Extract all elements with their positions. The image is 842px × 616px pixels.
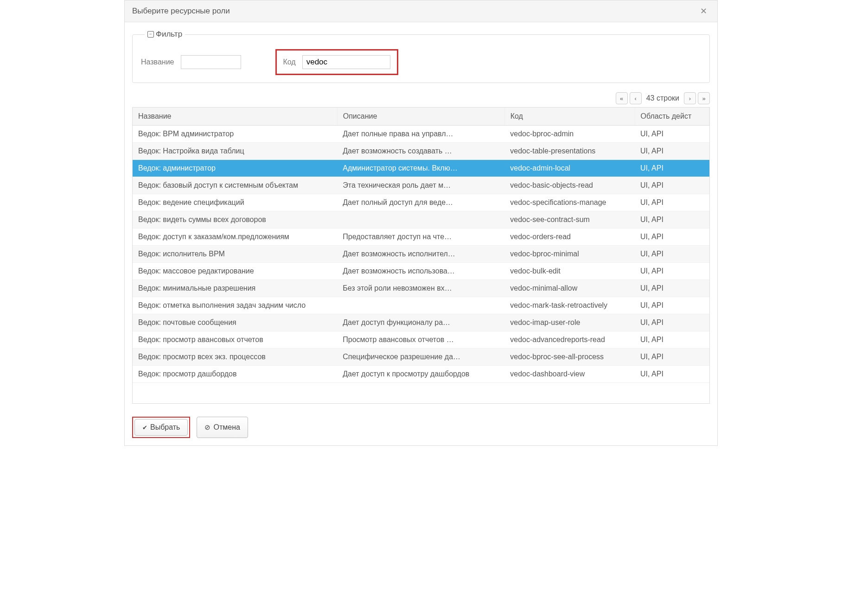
- name-input[interactable]: [181, 55, 241, 69]
- header-name[interactable]: Название: [133, 108, 337, 126]
- cell-scope: UI, API: [635, 194, 709, 211]
- cell-code: vedoc-dashboard-view: [504, 366, 635, 383]
- filter-row: Название Код: [141, 49, 701, 75]
- table-row[interactable]: Ведок: видеть суммы всех договоровvedoc-…: [133, 211, 709, 229]
- header-scope[interactable]: Область дейст: [635, 108, 709, 126]
- cell-desc: [337, 297, 504, 314]
- cell-code: vedoc-bulk-edit: [504, 263, 635, 280]
- table-row[interactable]: Ведок: Настройка вида таблицДает возможн…: [133, 143, 709, 160]
- table-row[interactable]: Ведок: ведение спецификацийДает полный д…: [133, 194, 709, 211]
- cell-scope: UI, API: [635, 211, 709, 229]
- close-icon: ✕: [700, 6, 707, 16]
- cell-desc: Дает полные права на управл…: [337, 126, 504, 143]
- cell-name: Ведок: минимальные разрешения: [133, 280, 337, 297]
- cell-scope: UI, API: [635, 331, 709, 349]
- cell-code: vedoc-admin-local: [504, 160, 635, 177]
- table-row[interactable]: Ведок: просмотр авансовых отчетовПросмот…: [133, 331, 709, 349]
- table-row[interactable]: Ведок: минимальные разрешенияБез этой ро…: [133, 280, 709, 297]
- table-row[interactable]: Ведок: доступ к заказам/ком.предложениям…: [133, 229, 709, 246]
- header-desc[interactable]: Описание: [337, 108, 504, 126]
- table-row[interactable]: Ведок: отметка выполнения задач задним ч…: [133, 297, 709, 314]
- filter-legend-text: Фильтр: [156, 30, 182, 39]
- cell-code: vedoc-table-presentations: [504, 143, 635, 160]
- select-button-highlight: Выбрать: [132, 417, 190, 438]
- cell-desc: [337, 211, 504, 229]
- cancel-icon: [204, 423, 210, 432]
- close-button[interactable]: ✕: [697, 5, 710, 17]
- chevron-left-icon: ‹: [635, 95, 637, 102]
- roles-table: Название Описание Код Область дейст Ведо…: [133, 108, 709, 383]
- cancel-button[interactable]: Отмена: [197, 417, 248, 438]
- cell-desc: Дает возможность создавать …: [337, 143, 504, 160]
- double-chevron-left-icon: «: [620, 95, 623, 102]
- cell-desc: Предоставляет доступ на чте…: [337, 229, 504, 246]
- cell-scope: UI, API: [635, 280, 709, 297]
- cell-code: vedoc-bproc-see-all-process: [504, 349, 635, 366]
- cell-desc: Эта техническая роль дает м…: [337, 177, 504, 194]
- last-page-button[interactable]: »: [698, 92, 710, 104]
- cell-desc: Дает доступ функционалу ра…: [337, 314, 504, 331]
- dialog-footer: Выбрать Отмена: [125, 411, 717, 445]
- cell-scope: UI, API: [635, 349, 709, 366]
- cell-scope: UI, API: [635, 143, 709, 160]
- table-row[interactable]: Ведок: почтовые сообщенияДает доступ фун…: [133, 314, 709, 331]
- cell-scope: UI, API: [635, 297, 709, 314]
- table-row[interactable]: Ведок: массовое редактированиеДает возмо…: [133, 263, 709, 280]
- cell-desc: Дает возможность исполнител…: [337, 246, 504, 263]
- page-info: 43 строки: [644, 94, 682, 102]
- cell-desc: Дает доступ к просмотру дашбордов: [337, 366, 504, 383]
- cell-name: Ведок: просмотр авансовых отчетов: [133, 331, 337, 349]
- cell-scope: UI, API: [635, 366, 709, 383]
- code-label: Код: [283, 58, 296, 66]
- cell-code: vedoc-orders-read: [504, 229, 635, 246]
- code-input[interactable]: [302, 55, 390, 69]
- table-row[interactable]: Ведок: просмотр дашбордовДает доступ к п…: [133, 366, 709, 383]
- cell-code: vedoc-specifications-manage: [504, 194, 635, 211]
- cell-scope: UI, API: [635, 263, 709, 280]
- cell-scope: UI, API: [635, 246, 709, 263]
- cell-scope: UI, API: [635, 160, 709, 177]
- cell-scope: UI, API: [635, 314, 709, 331]
- cell-scope: UI, API: [635, 126, 709, 143]
- table-header-row: Название Описание Код Область дейст: [133, 108, 709, 126]
- cell-code: vedoc-minimal-allow: [504, 280, 635, 297]
- double-chevron-right-icon: »: [702, 95, 705, 102]
- table-wrapper[interactable]: Название Описание Код Область дейст Ведо…: [132, 107, 710, 404]
- cell-name: Ведок: доступ к заказам/ком.предложениям: [133, 229, 337, 246]
- cell-scope: UI, API: [635, 177, 709, 194]
- cell-code: vedoc-bproc-minimal: [504, 246, 635, 263]
- dialog-header: Выберите ресурсные роли ✕: [125, 0, 717, 22]
- first-page-button[interactable]: «: [616, 92, 628, 104]
- filter-fieldset: − Фильтр Название Код: [132, 30, 710, 83]
- cell-name: Ведок: администратор: [133, 160, 337, 177]
- dialog-body: − Фильтр Название Код « ‹ 43 строки ›: [125, 22, 717, 411]
- cancel-button-label: Отмена: [213, 423, 240, 432]
- table-row[interactable]: Ведок: исполнитель BPMДает возможность и…: [133, 246, 709, 263]
- cell-desc: Администратор системы. Вклю…: [337, 160, 504, 177]
- cell-code: vedoc-advancedreports-read: [504, 331, 635, 349]
- cell-name: Ведок: массовое редактирование: [133, 263, 337, 280]
- cell-name: Ведок: ведение спецификаций: [133, 194, 337, 211]
- select-button[interactable]: Выбрать: [134, 419, 188, 436]
- table-row[interactable]: Ведок: администраторАдминистратор систем…: [133, 160, 709, 177]
- cell-name: Ведок: видеть суммы всех договоров: [133, 211, 337, 229]
- cell-desc: Дает возможность использова…: [337, 263, 504, 280]
- cell-name: Ведок: базовый доступ к системным объект…: [133, 177, 337, 194]
- cell-desc: Просмотр авансовых отчетов …: [337, 331, 504, 349]
- header-code[interactable]: Код: [504, 108, 635, 126]
- table-row[interactable]: Ведок: BPM администраторДает полные прав…: [133, 126, 709, 143]
- prev-page-button[interactable]: ‹: [630, 92, 642, 104]
- cell-code: vedoc-see-contract-sum: [504, 211, 635, 229]
- cell-scope: UI, API: [635, 229, 709, 246]
- dialog-title: Выберите ресурсные роли: [132, 6, 230, 16]
- filter-legend[interactable]: − Фильтр: [145, 30, 185, 39]
- next-page-button[interactable]: ›: [684, 92, 696, 104]
- cell-name: Ведок: исполнитель BPM: [133, 246, 337, 263]
- table-row[interactable]: Ведок: просмотр всех экз. процессовСпеци…: [133, 349, 709, 366]
- table-row[interactable]: Ведок: базовый доступ к системным объект…: [133, 177, 709, 194]
- check-icon: [142, 423, 147, 432]
- resource-roles-dialog: Выберите ресурсные роли ✕ − Фильтр Назва…: [124, 0, 718, 446]
- cell-code: vedoc-bproc-admin: [504, 126, 635, 143]
- cell-name: Ведок: просмотр всех экз. процессов: [133, 349, 337, 366]
- chevron-right-icon: ›: [689, 95, 691, 102]
